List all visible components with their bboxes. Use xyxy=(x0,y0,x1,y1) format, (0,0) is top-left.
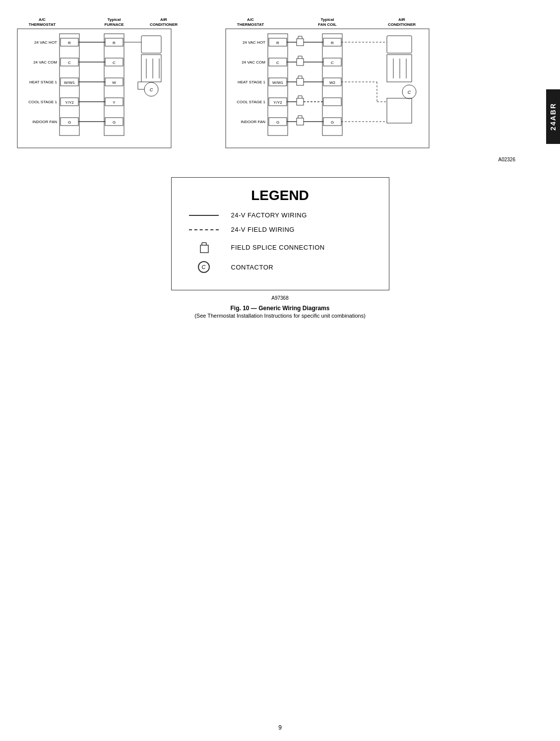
svg-rect-56 xyxy=(226,29,429,148)
page-number: 9 xyxy=(278,724,282,731)
svg-text:A/C: A/C xyxy=(39,17,46,22)
diagrams-area: A/C THERMOSTAT Typical FURNACE AIR CONDI… xyxy=(15,15,545,154)
svg-text:COOL STAGE 1: COOL STAGE 1 xyxy=(28,100,57,104)
page-container: 24ABR A/C THERMOSTAT Typical FURNACE AIR… xyxy=(0,0,560,741)
svg-text:C: C xyxy=(276,61,279,65)
svg-text:W/W1: W/W1 xyxy=(272,80,283,85)
svg-rect-115 xyxy=(387,55,412,82)
svg-text:24 VAC COM: 24 VAC COM xyxy=(242,60,265,65)
svg-rect-6 xyxy=(17,29,171,148)
dashed-line-icon xyxy=(189,229,219,230)
svg-text:24 VAC HOT: 24 VAC HOT xyxy=(243,40,265,45)
svg-text:THERMOSTAT: THERMOSTAT xyxy=(237,22,264,27)
factory-wiring-symbol xyxy=(187,215,221,216)
ref-num-2: A97368 xyxy=(15,295,545,301)
furnace-diagram: A/C THERMOSTAT Typical FURNACE AIR CONDI… xyxy=(15,15,184,154)
contactor-label: CONTACTOR xyxy=(231,264,274,271)
svg-text:A/C: A/C xyxy=(247,17,254,22)
svg-text:G: G xyxy=(68,120,71,125)
svg-text:C: C xyxy=(331,61,334,65)
legend-item-splice: FIELD SPLICE CONNECTION xyxy=(187,240,374,254)
svg-text:HEAT STAGE 1: HEAT STAGE 1 xyxy=(29,80,58,84)
factory-wiring-label: 24-V FACTORY WIRING xyxy=(231,211,307,219)
svg-text:R: R xyxy=(113,41,116,45)
svg-text:R: R xyxy=(331,41,334,45)
figure-caption-line1: Fig. 10 — Generic Wiring Diagrams xyxy=(15,305,545,312)
svg-text:C: C xyxy=(150,87,153,92)
svg-rect-95 xyxy=(297,98,304,105)
field-wiring-label: 24-V FIELD WIRING xyxy=(231,226,295,233)
svg-text:CONDITIONER: CONDITIONER xyxy=(150,22,178,27)
svg-rect-121 xyxy=(387,98,412,123)
legend-item-factory: 24-V FACTORY WIRING xyxy=(187,211,374,219)
svg-rect-83 xyxy=(297,39,304,46)
svg-text:COOL STAGE 1: COOL STAGE 1 xyxy=(237,100,265,104)
svg-text:Typical: Typical xyxy=(321,17,334,22)
contactor-symbol: C xyxy=(187,261,221,273)
svg-text:C: C xyxy=(113,61,116,65)
side-tab-label: 24ABR xyxy=(549,103,557,131)
svg-rect-126 xyxy=(200,245,208,253)
solid-line-icon xyxy=(189,215,219,216)
svg-rect-80 xyxy=(323,98,341,106)
legend-item-field: 24-V FIELD WIRING xyxy=(187,226,374,233)
legend-box: LEGEND 24-V FACTORY WIRING 24-V FIELD WI… xyxy=(171,177,389,290)
svg-text:Y/Y2: Y/Y2 xyxy=(273,100,282,105)
svg-text:INDOOR FAN: INDOOR FAN xyxy=(32,120,57,124)
svg-text:Y/Y2: Y/Y2 xyxy=(65,100,74,105)
svg-text:AIR: AIR xyxy=(398,17,405,22)
svg-rect-45 xyxy=(141,36,161,53)
side-tab: 24ABR xyxy=(546,89,560,144)
svg-text:THERMOSTAT: THERMOSTAT xyxy=(29,22,56,27)
svg-text:G: G xyxy=(331,120,334,125)
svg-rect-87 xyxy=(297,59,304,66)
svg-text:G: G xyxy=(276,120,279,125)
svg-text:G: G xyxy=(113,120,116,125)
svg-text:HEAT STAGE 1: HEAT STAGE 1 xyxy=(238,80,266,84)
field-wiring-symbol xyxy=(187,229,221,230)
field-splice-label: FIELD SPLICE CONNECTION xyxy=(231,244,325,251)
svg-text:W/W1: W/W1 xyxy=(64,80,75,85)
splice-icon xyxy=(196,240,211,254)
svg-rect-99 xyxy=(297,118,304,125)
legend-title: LEGEND xyxy=(187,188,374,203)
svg-text:Y: Y xyxy=(113,100,116,105)
svg-text:W: W xyxy=(112,80,116,85)
legend-item-contactor: C CONTACTOR xyxy=(187,261,374,273)
svg-text:C: C xyxy=(68,61,71,65)
svg-text:W2: W2 xyxy=(329,80,336,85)
svg-text:FAN COIL: FAN COIL xyxy=(318,22,336,27)
fancoil-diagram: A/C THERMOSTAT Typical FAN COIL AIR COND… xyxy=(223,15,441,154)
ref-num-1: A02326 xyxy=(15,157,515,162)
svg-text:24 VAC HOT: 24 VAC HOT xyxy=(34,40,57,45)
field-splice-symbol xyxy=(187,240,221,254)
svg-text:FURNACE: FURNACE xyxy=(104,22,124,27)
svg-rect-39 xyxy=(141,55,161,82)
svg-rect-113 xyxy=(387,36,412,53)
figure-caption: Fig. 10 — Generic Wiring Diagrams (See T… xyxy=(15,305,545,319)
svg-rect-91 xyxy=(297,78,304,85)
svg-text:Typical: Typical xyxy=(108,17,121,22)
contactor-icon: C xyxy=(198,261,210,273)
svg-text:24 VAC COM: 24 VAC COM xyxy=(33,60,57,65)
figure-caption-line2: (See Thermostat Installation Instruction… xyxy=(15,313,545,319)
svg-text:CONDITIONER: CONDITIONER xyxy=(388,22,416,27)
svg-text:INDOOR FAN: INDOOR FAN xyxy=(241,120,265,124)
svg-text:C: C xyxy=(408,90,411,95)
svg-text:R: R xyxy=(68,41,71,45)
svg-text:R: R xyxy=(276,41,279,45)
svg-text:AIR: AIR xyxy=(160,17,167,22)
